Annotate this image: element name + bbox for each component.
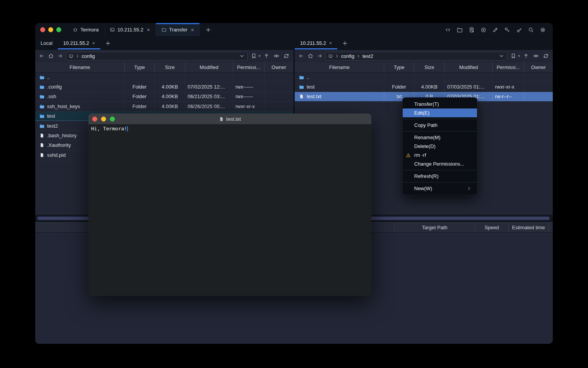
computer-icon xyxy=(328,54,333,59)
column-header[interactable]: Filename xyxy=(35,62,124,72)
size-cell: 4.00KB xyxy=(154,92,185,101)
tab-label: 10.211.55.2 xyxy=(63,40,89,46)
menu-item-new[interactable]: New(W) xyxy=(403,184,477,193)
bookmark-button[interactable] xyxy=(250,52,258,60)
column-header[interactable]: Permissi... xyxy=(492,62,524,72)
column-header[interactable]: Owner xyxy=(264,62,293,72)
editor-content[interactable]: Hi, Termora! xyxy=(88,124,371,296)
tab-label: Termora xyxy=(80,27,99,33)
back-button[interactable] xyxy=(298,53,305,59)
add-panel-tab-button[interactable] xyxy=(337,37,353,49)
keychain-icon[interactable] xyxy=(515,26,523,34)
table-row[interactable]: .ssh Folder 4.00KB 06/21/2025 03:... rwx… xyxy=(35,92,293,102)
filename: test xyxy=(307,84,315,90)
menu-item-delete[interactable]: Delete(D) xyxy=(403,142,477,151)
table-row[interactable]: ssh_host_keys Folder 4.00KB 06/26/2025 0… xyxy=(35,102,293,111)
table-row[interactable]: .config Folder 4.00KB 07/02/2025 12:... … xyxy=(35,82,293,92)
breadcrumb-segment[interactable]: test2 xyxy=(363,53,373,59)
breadcrumb-segment[interactable]: config xyxy=(82,53,95,59)
column-header[interactable]: Type xyxy=(124,62,154,72)
show-hidden-button[interactable] xyxy=(273,52,280,60)
column-header[interactable]: Modified xyxy=(444,62,492,72)
close-window-button[interactable] xyxy=(40,27,45,32)
tab-local[interactable]: Local xyxy=(35,37,58,49)
show-hidden-button[interactable] xyxy=(532,52,540,60)
close-tab-icon[interactable]: × xyxy=(92,40,95,46)
home-button[interactable] xyxy=(47,53,54,59)
column-header[interactable]: Size xyxy=(414,62,444,72)
chevron-down-icon[interactable] xyxy=(498,53,505,59)
add-panel-tab-button[interactable] xyxy=(100,37,116,49)
zoom-window-button[interactable] xyxy=(56,27,61,32)
column-header[interactable]: Size xyxy=(154,62,185,72)
left-panel-tabs: Local 10.211.55.2 × xyxy=(35,37,293,50)
column-header[interactable]: Estimated time xyxy=(508,223,548,232)
column-header[interactable]: Permissi... xyxy=(233,62,264,72)
log-icon[interactable] xyxy=(468,26,475,34)
table-row[interactable]: test Folder 4.00KB 07/03/2025 01:... rwx… xyxy=(295,82,553,92)
edit-icon[interactable] xyxy=(492,26,499,34)
column-header[interactable]: Type xyxy=(384,62,414,72)
column-header[interactable]: Speed xyxy=(475,223,508,232)
document-icon xyxy=(219,117,224,122)
table-row[interactable]: .. xyxy=(295,72,553,82)
minimize-window-button[interactable] xyxy=(48,27,53,32)
code-icon[interactable] xyxy=(444,26,452,34)
up-directory-button[interactable] xyxy=(522,52,530,60)
left-panel-toolbar: config ▾ xyxy=(35,50,293,62)
editor-titlebar[interactable]: test.txt xyxy=(88,113,371,124)
filename: sshd.pid xyxy=(47,152,65,158)
home-button[interactable] xyxy=(307,53,314,59)
path-breadcrumb[interactable]: config xyxy=(66,52,248,61)
column-header[interactable]: Target Path xyxy=(394,223,475,232)
settings-icon[interactable] xyxy=(539,26,547,34)
refresh-button[interactable] xyxy=(542,52,550,60)
menu-item-rm-rf[interactable]: rm -rf xyxy=(403,151,477,159)
type-cell: Folder xyxy=(384,82,414,91)
menu-separator xyxy=(403,119,477,119)
close-tab-icon[interactable]: × xyxy=(147,27,150,33)
key-icon[interactable] xyxy=(503,26,511,34)
menu-item-refresh[interactable]: Refresh(R) xyxy=(403,172,477,181)
refresh-button[interactable] xyxy=(283,52,290,60)
close-tab-icon[interactable]: × xyxy=(329,40,332,46)
column-header[interactable]: Modified xyxy=(185,62,233,72)
up-directory-button[interactable] xyxy=(263,52,270,60)
tab-host-terminal[interactable]: 10.211.55.2 × xyxy=(104,23,156,36)
new-tab-button[interactable] xyxy=(200,23,217,36)
column-header[interactable]: Filename xyxy=(295,62,384,72)
chevron-down-icon[interactable] xyxy=(239,53,245,59)
bookmark-button[interactable] xyxy=(510,52,517,60)
menu-item-change-permissions[interactable]: Change Permissions... xyxy=(403,159,477,168)
size-cell: 4.00KB xyxy=(414,82,444,91)
table-header: Filename Type Size Modified Permissi... … xyxy=(295,62,553,72)
filename: test xyxy=(47,113,55,119)
forward-button[interactable] xyxy=(316,53,323,59)
path-breadcrumb[interactable]: config test2 xyxy=(325,52,507,61)
back-button[interactable] xyxy=(38,53,45,59)
table-row[interactable]: .. xyxy=(35,72,293,82)
caret-down-icon[interactable]: ▾ xyxy=(258,54,260,58)
menu-item-copy-path[interactable]: Copy Path xyxy=(403,121,477,130)
forward-button[interactable] xyxy=(57,53,64,59)
type-cell: Folder xyxy=(124,102,154,111)
menu-item-transfer[interactable]: Transfer(T) xyxy=(403,100,477,108)
folder-icon[interactable] xyxy=(456,26,464,34)
menu-item-label: New(W) xyxy=(414,186,432,191)
close-tab-icon[interactable]: × xyxy=(191,27,194,33)
traffic-lights xyxy=(35,23,67,36)
tab-remote-host[interactable]: 10.211.55.2 × xyxy=(58,37,100,49)
permissions-cell: rw-r--r-- xyxy=(492,92,524,101)
plus-icon xyxy=(205,27,211,33)
menu-item-rename[interactable]: Rename(M) xyxy=(403,133,477,142)
tab-remote-host[interactable]: 10.211.55.2 × xyxy=(295,37,337,49)
record-icon[interactable] xyxy=(480,26,487,34)
menu-item-edit[interactable]: Edit(E) xyxy=(403,108,477,117)
caret-down-icon[interactable]: ▾ xyxy=(518,54,520,58)
tab-termora[interactable]: Termora xyxy=(67,23,104,36)
column-header[interactable]: Owner xyxy=(524,62,553,72)
search-icon[interactable] xyxy=(527,26,535,34)
tab-transfer[interactable]: Transfer × xyxy=(156,23,200,36)
breadcrumb-segment[interactable]: config xyxy=(341,53,354,59)
chevron-right-icon xyxy=(75,54,80,59)
